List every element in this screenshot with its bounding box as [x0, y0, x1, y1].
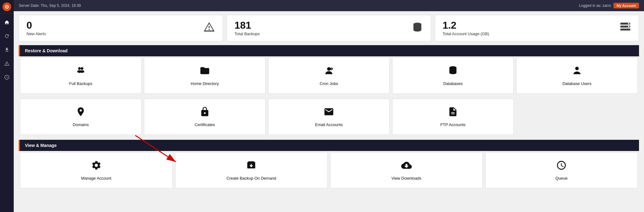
sidebar-item-refresh[interactable] — [0, 30, 14, 42]
home-directory-label: Home Directory — [191, 81, 219, 86]
stat-card-alerts: 0 New Alerts — [19, 15, 223, 41]
full-backups-icon — [75, 65, 86, 78]
create-backup-label: Create Backup On Demand — [226, 176, 276, 181]
svg-point-7 — [78, 67, 81, 70]
home-directory-icon — [199, 65, 210, 78]
stats-row: 0 New Alerts 181 Total Backups — [14, 11, 644, 45]
cron-jobs-label: Cron Jobs — [320, 81, 338, 86]
my-account-button[interactable]: My Account — [613, 3, 639, 8]
card-domains[interactable]: Domains — [20, 99, 142, 135]
domains-icon — [75, 106, 86, 119]
svg-point-0 — [6, 6, 7, 7]
restore-download-header: Restore & Download — [19, 45, 639, 56]
databases-icon — [448, 65, 458, 78]
view-manage-grid: Manage Account Create Backup On Demand — [14, 151, 644, 190]
sidebar-item-alert[interactable] — [0, 57, 14, 70]
database-users-icon — [572, 65, 582, 78]
view-downloads-icon — [401, 160, 412, 173]
full-backups-label: Full Backups — [69, 81, 92, 86]
sidebar-nav — [0, 16, 14, 83]
sidebar — [0, 0, 14, 212]
card-queue[interactable]: Queue — [485, 152, 638, 188]
queue-icon — [556, 160, 567, 173]
domains-label: Domains — [73, 122, 89, 127]
svg-point-11 — [327, 67, 330, 71]
logo-icon — [2, 2, 11, 11]
stat-value-alerts: 0 — [26, 20, 46, 30]
topbar-right: Logged in as: zarro My Account — [579, 3, 639, 8]
sidebar-item-home[interactable] — [0, 16, 14, 29]
stat-value-usage: 1.2 — [443, 20, 489, 30]
stat-text-alerts: 0 New Alerts — [26, 20, 46, 36]
manage-account-label: Manage Account — [81, 176, 111, 181]
card-home-directory[interactable]: Home Directory — [144, 58, 266, 94]
view-manage-header: View & Manage — [19, 140, 639, 151]
ftp-accounts-label: FTP Accounts — [440, 122, 466, 127]
stat-text-backups: 181 Total Backups — [234, 20, 260, 36]
stat-value-backups: 181 — [234, 20, 260, 30]
stat-card-usage: 1.2 Total Account Usage (GB) — [435, 15, 639, 41]
svg-point-8 — [81, 67, 84, 70]
stat-label-backups: Total Backups — [234, 31, 260, 36]
logged-in-text: Logged in as: zarro — [579, 3, 611, 8]
cards-grid-row1: Full Backups Home Directory Cron Jo — [19, 56, 639, 95]
restore-download-grid2: Domains Certificates Email Accounts — [14, 97, 644, 136]
view-downloads-label: View Downloads — [392, 176, 421, 181]
email-accounts-icon — [324, 106, 334, 119]
sidebar-item-clock[interactable] — [0, 71, 14, 83]
cards-grid-row2: Domains Certificates Email Accounts — [19, 97, 639, 136]
queue-label: Queue — [555, 176, 568, 181]
card-create-backup[interactable]: Create Backup On Demand — [175, 152, 328, 188]
server-date: Server Date: Thu, Sep 5, 2024, 18:39 — [19, 3, 81, 8]
svg-point-14 — [575, 67, 579, 70]
topbar: Server Date: Thu, Sep 5, 2024, 18:39 Log… — [14, 0, 644, 11]
usage-stat-icon — [619, 21, 631, 35]
cards-grid-manage: Manage Account Create Backup On Demand — [19, 151, 639, 190]
alert-stat-icon — [203, 21, 215, 35]
restore-download-grid: Full Backups Home Directory Cron Jo — [14, 56, 644, 95]
svg-rect-17 — [248, 161, 254, 163]
manage-account-icon — [91, 160, 102, 173]
card-certificates[interactable]: Certificates — [144, 99, 266, 135]
sidebar-item-download[interactable] — [0, 44, 14, 56]
ftp-accounts-icon — [448, 106, 458, 119]
email-accounts-label: Email Accounts — [315, 122, 343, 127]
create-backup-icon — [246, 160, 257, 173]
backup-stat-icon — [411, 21, 423, 35]
main-area: Server Date: Thu, Sep 5, 2024, 18:39 Log… — [14, 0, 644, 212]
stat-label-usage: Total Account Usage (GB) — [443, 31, 489, 36]
svg-point-5 — [628, 23, 630, 24]
card-databases[interactable]: Databases — [392, 58, 514, 94]
databases-label: Databases — [443, 81, 463, 86]
card-manage-account[interactable]: Manage Account — [20, 152, 173, 188]
card-full-backups[interactable]: Full Backups — [20, 58, 142, 94]
svg-point-10 — [80, 70, 84, 73]
card-email-accounts[interactable]: Email Accounts — [268, 99, 390, 135]
card-view-downloads[interactable]: View Downloads — [330, 152, 483, 188]
svg-point-6 — [628, 26, 630, 27]
stat-label-alerts: New Alerts — [26, 31, 46, 36]
card-cron-jobs[interactable]: Cron Jobs — [268, 58, 390, 94]
certificates-label: Certificates — [195, 122, 215, 127]
database-users-label: Database Users — [562, 81, 591, 86]
card-ftp-accounts[interactable]: FTP Accounts — [392, 99, 514, 135]
svg-rect-4 — [620, 28, 630, 30]
logo[interactable] — [0, 0, 14, 14]
stat-card-backups: 181 Total Backups — [227, 15, 431, 41]
certificates-icon — [199, 106, 210, 119]
cron-jobs-icon — [324, 65, 334, 78]
stat-text-usage: 1.2 Total Account Usage (GB) — [443, 20, 489, 36]
card-database-users[interactable]: Database Users — [516, 58, 638, 94]
